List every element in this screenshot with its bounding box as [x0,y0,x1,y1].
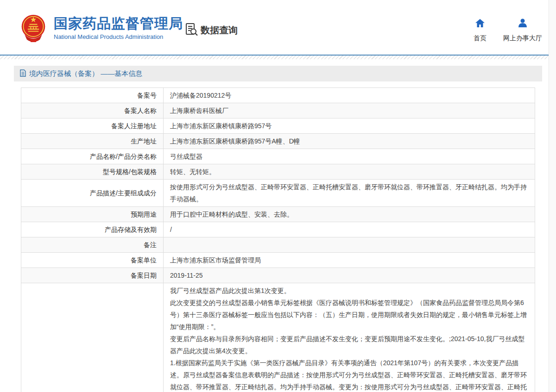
record-table-wrap: 备案号 沪浦械备20190212号 备案人名称 上海康桥齿科医械厂 备案人注册地… [21,87,535,392]
record-table: 备案号 沪浦械备20190212号 备案人名称 上海康桥齿科医械厂 备案人注册地… [21,87,535,392]
table-row: 备案人名称 上海康桥齿科医械厂 [21,103,535,118]
user-icon [517,18,528,30]
field-value: 上海市浦东新区康桥镇康桥路957号A幢、D幢 [164,134,535,149]
table-row: 生产地址 上海市浦东新区康桥镇康桥路957号A幢、D幢 [21,134,535,149]
agency-name-cn: 国家药品监督管理局 [54,16,183,31]
table-row: 产品描述/主要组成成分 按使用形式可分为弓丝成型器、正畸带环安置器、正畸托槽安置… [21,180,535,207]
field-label: 备案单位 [21,253,164,268]
table-row: 备案日期 2019-11-25 [21,268,535,283]
field-value: 弓丝成型器 [164,149,535,164]
field-value: 用于口腔中正畸材料的成型、安装、去除。 [164,207,535,222]
field-label: 备注 [21,237,164,253]
field-label: 生产地址 [21,134,164,149]
header-nav: 首页 网上办事大厅 [474,18,542,43]
field-label: 产品名称/产品分类名称 [21,149,164,164]
agency-brand: 国家药品监督管理局 National Medical Products Admi… [19,13,183,45]
field-value: 沪浦械备20190212号 [164,88,535,103]
table-row: 备案单位 上海市浦东新区市场监督管理局 [21,253,535,268]
field-label: 备案日期 [21,268,164,283]
field-value: 转矩、无转矩。 [164,164,535,180]
field-label: 产品描述/主要组成成分 [21,180,164,207]
section-title: 境内医疗器械（备案） ——基本信息 [29,69,142,78]
main-content: 境内医疗器械（备案） ——基本信息 备案号 沪浦械备20190212号 备案人名… [14,66,542,392]
field-label [21,283,164,392]
nav-item-label: 网上办事大厅 [503,34,542,43]
field-label: 产品存储及有效期 [21,222,164,237]
table-row: 备案人注册地址 上海市浦东新区康桥镇康桥路957号 [21,118,535,134]
nav-item-home[interactable]: 首页 [474,18,486,43]
nav-item-service-hall[interactable]: 网上办事大厅 [503,18,542,43]
field-value-change-history: 我厂弓丝成型器产品此次提出第1次变更。 此次变更提交的弓丝成型器最小销售单元标签… [164,283,535,392]
home-icon [474,18,486,30]
site-header: 国家药品监督管理局 National Medical Products Admi… [0,0,556,55]
nav-item-label: 首页 [474,34,486,43]
national-emblem-icon [19,13,47,45]
field-label: 备案人名称 [21,103,164,118]
field-value: 上海市浦东新区市场监督管理局 [164,253,535,268]
table-row: 产品存储及有效期 / [21,222,535,237]
field-value: 按使用形式可分为弓丝成型器、正畸带环安置器、正畸托槽安置器、磨牙带环就位器、带环… [164,180,535,207]
section-title-bar: 境内医疗器械（备案） ——基本信息 [14,66,542,81]
agency-title-block: 国家药品监督管理局 National Medical Products Admi… [54,13,183,40]
field-value: 2019-11-25 [164,268,535,283]
agency-name-en: National Medical Products Administration [54,33,183,40]
data-query-link[interactable]: 数据查询 [184,22,238,38]
document-icon [20,69,26,78]
table-row: 备案号 沪浦械备20190212号 [21,88,535,103]
field-label: 备案号 [21,88,164,103]
table-row: 产品名称/产品分类名称 弓丝成型器 [21,149,535,164]
document-search-icon [184,22,198,38]
table-row: 型号规格/包装规格 转矩、无转矩。 [21,164,535,180]
table-row: 我厂弓丝成型器产品此次提出第1次变更。 此次变更提交的弓丝成型器最小销售单元标签… [21,283,535,392]
data-query-label: 数据查询 [201,24,238,37]
table-row: 预期用途 用于口腔中正畸材料的成型、安装、去除。 [21,207,535,222]
header-hatch-band [0,56,556,59]
field-value: 上海市浦东新区康桥镇康桥路957号 [164,118,535,134]
field-label: 型号规格/包装规格 [21,164,164,180]
field-label: 备案人注册地址 [21,118,164,134]
table-row: 备注 [21,237,535,253]
field-value: / [164,222,535,237]
field-value: 上海康桥齿科医械厂 [164,103,535,118]
field-label: 预期用途 [21,207,164,222]
page-scrollbar[interactable] [549,0,556,392]
field-value [164,237,535,253]
